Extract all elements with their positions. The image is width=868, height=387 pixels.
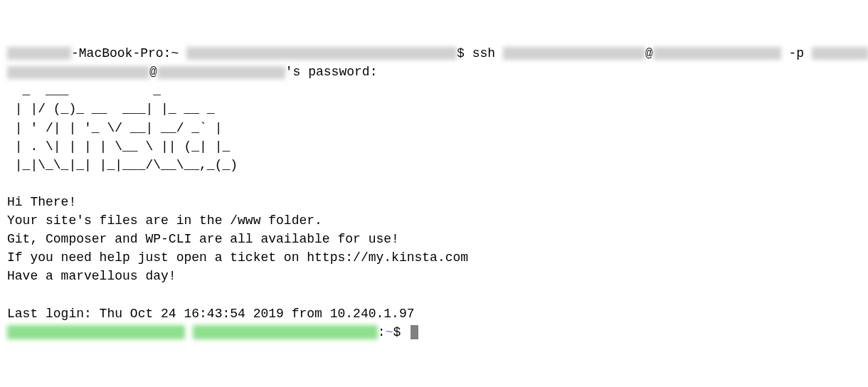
ascii-art-line-3: | ' /| | '_ \/ __| __/ _` | — [7, 119, 861, 137]
welcome-greeting: Hi There! — [7, 193, 861, 211]
remote-prompt-line[interactable]: :~$ — [7, 323, 861, 341]
prompt-colon: : — [378, 325, 386, 339]
ascii-art-line-1: _ ___ _ — [7, 81, 861, 100]
welcome-help-info: If you need help just open a ticket on h… — [7, 248, 861, 267]
redacted-user2 — [7, 66, 149, 79]
cursor-block-icon — [411, 325, 418, 339]
redacted-host2 — [157, 66, 285, 79]
redacted-ssh-user — [503, 47, 645, 60]
welcome-closing: Have a marvellous day! — [7, 267, 861, 285]
password-prompt-line: @'s password: — [7, 63, 861, 81]
password-label: 's password: — [285, 65, 378, 79]
ascii-art-line-5: |_|\_\_|_| |_|___/\__\__,_(_) — [7, 156, 861, 174]
ssh-command-line: -MacBook-Pro:~ $ ssh @ -p — [7, 44, 861, 63]
at-symbol: @ — [645, 46, 653, 60]
redacted-remote-user — [7, 325, 185, 339]
ascii-art-line-4: | . \| | | | \__ \ || (_| |_ — [7, 137, 861, 156]
redacted-ssh-port — [812, 47, 868, 60]
prompt-tilde: ~ — [386, 325, 393, 339]
ssh-port-flag: -p — [781, 46, 812, 60]
welcome-tools-info: Git, Composer and WP-CLI are all availab… — [7, 230, 861, 248]
ascii-art-line-2: | |/ (_)_ __ ___| |_ __ _ — [7, 100, 861, 118]
welcome-files-info: Your site's files are in the /www folder… — [7, 211, 861, 230]
hostname-suffix: -MacBook-Pro:~ — [71, 46, 186, 60]
redacted-ssh-host — [653, 47, 781, 60]
last-login-line: Last login: Thu Oct 24 16:43:54 2019 fro… — [7, 304, 861, 323]
local-prompt-dollar: $ ssh — [457, 46, 503, 60]
redacted-hostname-prefix — [7, 47, 71, 60]
prompt-dollar: $ — [393, 325, 408, 339]
redacted-remote-host — [193, 325, 378, 339]
at-symbol-2: @ — [149, 65, 157, 79]
terminal-output[interactable]: -MacBook-Pro:~ $ ssh @ -p @'s password: … — [7, 44, 861, 341]
redacted-username — [186, 47, 457, 60]
